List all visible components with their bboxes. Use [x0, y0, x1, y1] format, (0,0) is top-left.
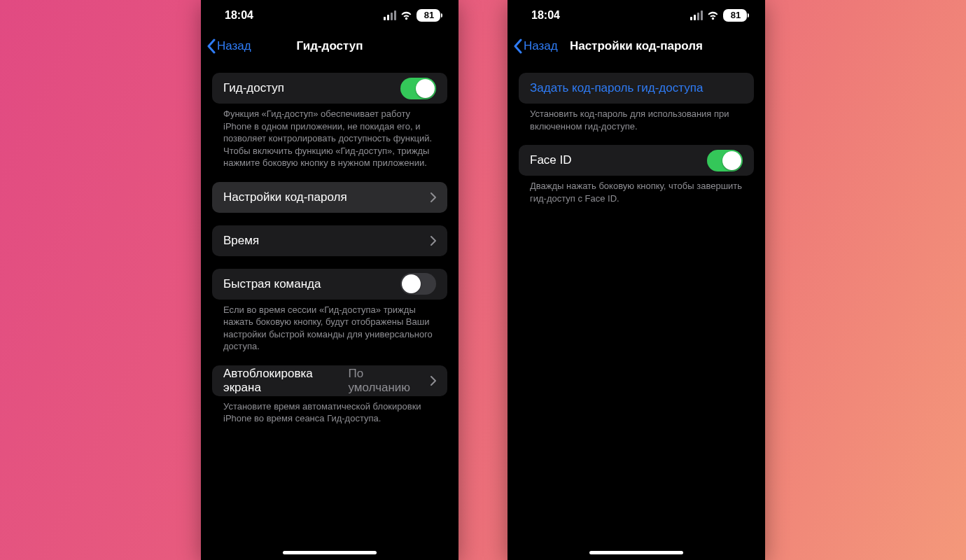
status-icons: 81	[690, 9, 747, 22]
page-title: Гид-доступ	[297, 39, 363, 53]
phone-screen-passcode-settings: 18:04 81 Назад Настройки код-пароля	[507, 0, 765, 560]
chevron-right-icon	[430, 236, 436, 246]
back-label: Назад	[524, 39, 558, 53]
status-bar: 18:04 81	[201, 0, 458, 31]
chevron-right-icon	[430, 376, 436, 386]
faceid-row[interactable]: Face ID	[519, 145, 754, 176]
guided-access-switch[interactable]	[400, 78, 436, 99]
chevron-left-icon	[513, 38, 522, 54]
guided-access-label: Гид-доступ	[223, 81, 284, 95]
back-button[interactable]: Назад	[513, 38, 558, 54]
status-icons: 81	[384, 9, 440, 22]
home-indicator[interactable]	[283, 551, 377, 554]
battery-icon: 81	[723, 9, 747, 22]
autolock-row[interactable]: Автоблокировка экрана По умолчанию	[212, 365, 447, 396]
back-button[interactable]: Назад	[206, 38, 251, 54]
autolock-label: Автоблокировка экрана	[223, 367, 349, 395]
chevron-right-icon	[430, 192, 436, 202]
autolock-value: По умолчанию	[349, 367, 425, 395]
chevron-left-icon	[206, 38, 216, 54]
passcode-settings-row[interactable]: Настройки код-пароля	[212, 182, 447, 213]
nav-bar: Назад Гид-доступ	[201, 31, 458, 62]
nav-bar: Назад Настройки код-пароля	[507, 31, 765, 62]
accessibility-shortcut-footer: Если во время сессии «Гид-доступа» трижд…	[212, 300, 447, 353]
wifi-icon	[707, 11, 719, 20]
guided-access-toggle-row[interactable]: Гид-доступ	[212, 73, 447, 104]
status-bar: 18:04 81	[507, 0, 765, 31]
home-indicator[interactable]	[589, 551, 683, 554]
page-title: Настройки код-пароля	[570, 39, 703, 53]
faceid-label: Face ID	[530, 153, 572, 167]
status-time: 18:04	[225, 9, 253, 22]
time-limits-label: Время	[223, 234, 259, 248]
status-time: 18:04	[531, 9, 560, 22]
wifi-icon	[400, 11, 412, 20]
battery-icon: 81	[416, 9, 440, 22]
phone-screen-guided-access: 18:04 81 Назад Гид-доступ	[201, 0, 458, 560]
set-passcode-footer: Установить код-пароль для использования …	[519, 104, 754, 132]
faceid-footer: Дважды нажать боковую кнопку, чтобы заве…	[519, 176, 754, 204]
autolock-footer: Установите время автоматической блокиров…	[212, 396, 447, 425]
cellular-icon	[690, 10, 703, 20]
set-passcode-row[interactable]: Задать код-пароль гид-доступа	[519, 73, 754, 104]
accessibility-shortcut-label: Быстрая команда	[223, 277, 321, 291]
time-limits-row[interactable]: Время	[212, 225, 447, 256]
accessibility-shortcut-switch[interactable]	[400, 273, 436, 295]
back-label: Назад	[217, 39, 251, 53]
faceid-switch[interactable]	[707, 150, 743, 172]
passcode-settings-label: Настройки код-пароля	[223, 190, 347, 204]
accessibility-shortcut-row[interactable]: Быстрая команда	[212, 269, 447, 300]
guided-access-footer: Функция «Гид-доступ» обеспечивает работу…	[212, 104, 447, 169]
set-passcode-label: Задать код-пароль гид-доступа	[530, 81, 703, 95]
cellular-icon	[384, 10, 396, 20]
